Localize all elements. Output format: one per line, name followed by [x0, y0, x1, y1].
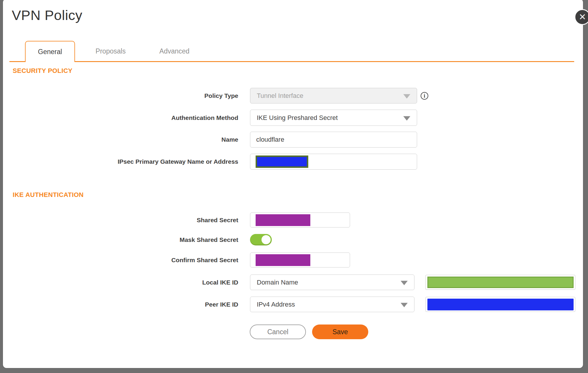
- tab-proposals[interactable]: Proposals: [86, 41, 136, 61]
- close-icon: ✕: [579, 13, 586, 21]
- confirm-shared-secret-redaction: [256, 254, 310, 266]
- local-ike-id-value: Domain Name: [257, 279, 298, 286]
- shared-secret-label: Shared Secret: [3, 217, 238, 224]
- policy-type-label: Policy Type: [3, 92, 238, 99]
- local-ike-id-value-input[interactable]: [425, 275, 575, 290]
- vpn-policy-dialog: VPN Policy ✕ General Proposals Advanced …: [2, 0, 584, 369]
- name-label: Name: [3, 136, 238, 143]
- policy-type-row: Policy Type Tunnel Interface: [3, 88, 584, 103]
- tab-advanced-label: Advanced: [159, 47, 189, 55]
- tab-general-label: General: [38, 48, 62, 56]
- name-input[interactable]: cloudflare: [250, 132, 417, 148]
- chevron-down-icon: [403, 94, 410, 98]
- tab-proposals-label: Proposals: [96, 47, 126, 55]
- section-security-policy: SECURITY POLICY: [13, 67, 72, 75]
- policy-type-select: Tunnel Interface: [250, 88, 417, 103]
- chevron-down-icon: [403, 116, 410, 121]
- tab-general[interactable]: General: [25, 41, 75, 62]
- peer-ike-id-redaction: [427, 299, 574, 310]
- chevron-down-icon: [401, 303, 408, 307]
- shared-secret-input[interactable]: [250, 213, 350, 228]
- dialog-actions: Cancel Save: [250, 325, 368, 339]
- gateway-input[interactable]: [250, 154, 417, 170]
- name-value: cloudflare: [256, 136, 284, 143]
- close-button[interactable]: ✕: [574, 9, 588, 25]
- shared-secret-row: Shared Secret: [3, 213, 584, 228]
- local-ike-id-select[interactable]: Domain Name: [250, 275, 414, 290]
- peer-ike-id-value: IPv4 Address: [257, 301, 295, 308]
- authentication-method-row: Authentication Method IKE Using Preshare…: [3, 110, 584, 126]
- mask-shared-secret-label: Mask Shared Secret: [3, 236, 238, 243]
- tab-advanced[interactable]: Advanced: [149, 41, 199, 61]
- gateway-label: IPsec Primary Gateway Name or Address: [3, 158, 238, 165]
- shared-secret-redaction: [256, 214, 310, 226]
- confirm-shared-secret-input[interactable]: [250, 252, 350, 267]
- peer-ike-id-select[interactable]: IPv4 Address: [250, 297, 414, 312]
- save-button[interactable]: Save: [312, 325, 368, 339]
- toggle-knob: [261, 235, 271, 244]
- confirm-shared-secret-label: Confirm Shared Secret: [3, 257, 238, 264]
- peer-ike-id-label: Peer IKE ID: [3, 301, 238, 308]
- policy-type-value: Tunnel Interface: [257, 92, 303, 100]
- chevron-down-icon: [401, 281, 408, 285]
- info-icon[interactable]: i: [421, 92, 428, 100]
- authentication-method-select[interactable]: IKE Using Preshared Secret: [250, 110, 417, 126]
- mask-shared-secret-row: Mask Shared Secret: [3, 234, 584, 245]
- tab-underline: [9, 61, 574, 62]
- cancel-button[interactable]: Cancel: [250, 325, 306, 339]
- mask-shared-secret-toggle[interactable]: [250, 234, 272, 245]
- section-ike-authentication: IKE AUTHENTICATION: [13, 191, 84, 199]
- authentication-method-label: Authentication Method: [3, 114, 238, 121]
- peer-ike-id-value-input[interactable]: [425, 297, 575, 312]
- gateway-redaction: [256, 155, 308, 168]
- confirm-shared-secret-row: Confirm Shared Secret: [3, 252, 584, 267]
- local-ike-id-label: Local IKE ID: [3, 279, 238, 286]
- name-row: Name cloudflare: [3, 132, 584, 148]
- page-title: VPN Policy: [12, 7, 82, 23]
- local-ike-id-redaction: [427, 277, 574, 288]
- authentication-method-value: IKE Using Preshared Secret: [257, 114, 338, 122]
- gateway-row: IPsec Primary Gateway Name or Address: [3, 154, 584, 170]
